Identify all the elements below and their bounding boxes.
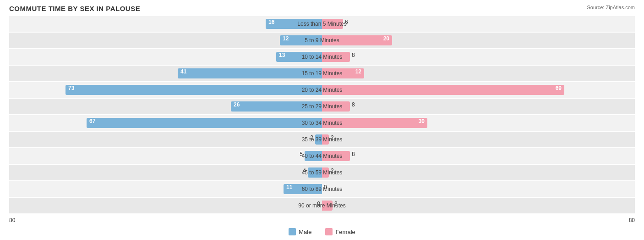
right-side: 30 <box>322 115 635 131</box>
axis-right: 80 <box>322 217 635 223</box>
male-value-on-bar: 11 <box>286 184 292 190</box>
chart-row: 2235 to 39 Minutes <box>9 132 635 147</box>
female-label: Female <box>335 229 355 235</box>
male-bar: 11 <box>284 184 322 194</box>
male-value-on-bar: 16 <box>268 19 274 25</box>
female-value-on-bar: 20 <box>383 35 389 42</box>
axis-left: 80 <box>9 217 322 223</box>
female-bar: 2 <box>322 134 329 145</box>
left-side: 2 <box>9 132 322 147</box>
left-side: 41 <box>9 66 322 81</box>
female-bar: 12 <box>322 68 364 78</box>
chart-row: 11060 to 89 Minutes <box>9 181 635 197</box>
female-value: 2 <box>329 134 334 141</box>
female-value-on-bar: 30 <box>419 118 425 124</box>
legend-female: Female <box>325 228 355 235</box>
male-bar: 67 <box>87 118 322 128</box>
male-value: 4 <box>303 167 308 174</box>
left-side: 73 <box>9 82 322 98</box>
male-value-on-bar: 26 <box>234 101 240 108</box>
male-value-on-bar: 67 <box>89 118 95 124</box>
legend: Male Female <box>9 228 635 235</box>
female-value-on-bar: 69 <box>556 85 562 91</box>
male-value: 2 <box>310 134 315 141</box>
male-bar: 41 <box>178 68 322 78</box>
female-color-box <box>325 228 333 235</box>
female-bar: 6 <box>322 19 343 29</box>
right-side: 8 <box>322 99 635 114</box>
male-bar: 4 <box>308 167 322 178</box>
right-side: 20 <box>322 33 635 48</box>
left-side: 11 <box>9 181 322 197</box>
chart-container: COMMUTE TIME BY SEX IN PALOUSE Source: Z… <box>0 0 644 240</box>
chart-row: 673030 to 34 Minutes <box>9 115 635 131</box>
chart-title: COMMUTE TIME BY SEX IN PALOUSE <box>9 5 635 12</box>
right-side: 0 <box>322 181 635 197</box>
female-bar: 8 <box>322 52 350 62</box>
bars-area: 166Less than 5 Minutes12205 to 9 Minutes… <box>9 16 635 213</box>
male-bar: 73 <box>65 85 322 95</box>
female-bar: 8 <box>322 151 350 161</box>
right-side: 8 <box>322 148 635 164</box>
legend-male: Male <box>289 228 311 235</box>
chart-row: 166Less than 5 Minutes <box>9 16 635 32</box>
chart-row: 0390 or more Minutes <box>9 198 635 213</box>
female-value: 2 <box>329 167 334 174</box>
female-value: 6 <box>343 19 348 25</box>
female-value-on-bar: 12 <box>355 68 361 75</box>
female-value: 8 <box>350 151 355 157</box>
female-value: 0 <box>322 184 327 190</box>
male-label: Male <box>299 229 311 235</box>
female-value: 8 <box>350 52 355 58</box>
source-label: Source: ZipAtlas.com <box>587 5 635 10</box>
chart-row: 26825 to 29 Minutes <box>9 99 635 114</box>
chart-row: 13810 to 14 Minutes <box>9 49 635 65</box>
left-side: 13 <box>9 49 322 65</box>
female-bar: 20 <box>322 35 392 45</box>
left-side: 12 <box>9 33 322 48</box>
right-side: 69 <box>322 82 635 98</box>
left-side: 16 <box>9 16 322 32</box>
left-side: 26 <box>9 99 322 114</box>
chart-row: 5840 to 44 Minutes <box>9 148 635 164</box>
male-value-on-bar: 41 <box>180 68 186 75</box>
chart-row: 736920 to 24 Minutes <box>9 82 635 98</box>
right-side: 3 <box>322 198 635 213</box>
female-bar: 2 <box>322 167 329 178</box>
left-side: 67 <box>9 115 322 131</box>
female-bar: 69 <box>322 85 564 95</box>
left-side: 5 <box>9 148 322 164</box>
male-bar: 26 <box>231 101 322 112</box>
male-bar: 2 <box>315 134 322 145</box>
male-bar: 12 <box>280 35 322 45</box>
male-bar: 16 <box>266 19 322 29</box>
chart-row: 12205 to 9 Minutes <box>9 33 635 48</box>
right-side: 6 <box>322 16 635 32</box>
right-side: 12 <box>322 66 635 81</box>
male-bar: 13 <box>276 52 322 62</box>
female-value: 3 <box>333 201 338 207</box>
male-color-box <box>289 228 296 235</box>
male-value-on-bar: 73 <box>68 85 74 91</box>
axis-row: 80 80 <box>9 215 635 225</box>
right-side: 2 <box>322 165 635 180</box>
male-bar: 5 <box>305 151 322 161</box>
chart-row: 411215 to 19 Minutes <box>9 66 635 81</box>
female-bar: 30 <box>322 118 427 128</box>
female-bar: 8 <box>322 101 350 112</box>
left-side: 4 <box>9 165 322 180</box>
right-side: 8 <box>322 49 635 65</box>
male-value: 5 <box>300 151 305 157</box>
female-value: 8 <box>350 101 355 108</box>
chart-row: 4245 to 59 Minutes <box>9 165 635 180</box>
right-side: 2 <box>322 132 635 147</box>
male-value-on-bar: 13 <box>279 52 285 58</box>
male-value-on-bar: 12 <box>283 35 289 42</box>
male-value: 0 <box>317 201 322 207</box>
left-side: 0 <box>9 198 322 213</box>
female-bar: 3 <box>322 201 333 211</box>
